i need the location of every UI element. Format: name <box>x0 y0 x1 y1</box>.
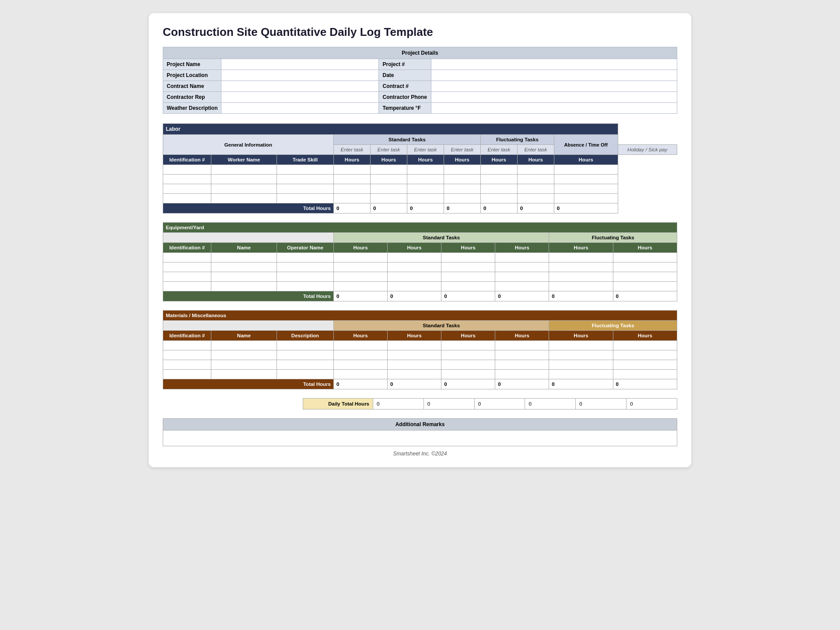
mat-col-id: Identification # <box>163 331 211 341</box>
labor-total-v4: 0 <box>444 203 480 214</box>
mat-col-desc: Description <box>277 331 334 341</box>
equip-col-header: Identification # Name Operator Name Hour… <box>163 243 677 253</box>
labor-task-3[interactable]: Enter task <box>407 145 444 155</box>
labor-h7-1[interactable] <box>554 165 618 175</box>
contractor-phone-value[interactable] <box>431 92 677 103</box>
equip-col-h5: Hours <box>549 243 613 253</box>
labor-id-2[interactable] <box>163 175 211 184</box>
contract-num-value[interactable] <box>221 92 379 103</box>
labor-title-row: Labor <box>163 124 677 135</box>
mat-total-row: Total Hours 0 0 0 0 0 0 <box>163 379 677 389</box>
project-name-value[interactable] <box>221 59 379 70</box>
weather-value[interactable] <box>221 103 379 114</box>
labor-task-6[interactable]: Enter task <box>517 145 554 155</box>
labor-h6-1[interactable] <box>517 165 554 175</box>
labor-total-v1: 0 <box>334 203 371 214</box>
labor-h3-1[interactable] <box>407 165 444 175</box>
labor-standard-tasks-label: Standard Tasks <box>334 135 481 145</box>
labor-col-h5: Hours <box>480 155 517 165</box>
project-num-value[interactable] <box>431 59 677 70</box>
labor-col-h2: Hours <box>370 155 407 165</box>
mat-data-row-3 <box>163 360 677 370</box>
labor-task-4[interactable]: Enter task <box>444 145 480 155</box>
project-location-value[interactable] <box>221 70 379 81</box>
labor-col-h4: Hours <box>444 155 480 165</box>
project-details-row-5: Weather Description Temperature °F <box>163 103 677 114</box>
labor-total-v5: 0 <box>480 203 517 214</box>
equipment-section: Equipment/Yard Standard Tasks Fluctuatin… <box>163 222 677 301</box>
project-name-label: Project Name <box>163 59 221 70</box>
labor-total-v3: 0 <box>407 203 444 214</box>
daily-total-label: Daily Total Hours <box>303 399 373 410</box>
labor-id-1[interactable] <box>163 165 211 175</box>
mat-data-row-4 <box>163 370 677 379</box>
labor-data-row-3 <box>163 184 677 194</box>
labor-h5-1[interactable] <box>480 165 517 175</box>
daily-total-v5: 0 <box>576 399 626 410</box>
temperature-value[interactable] <box>431 103 677 114</box>
mat-sub-header: Standard Tasks Fluctuating Tasks <box>163 321 677 331</box>
remarks-table: Additional Remarks <box>163 418 677 446</box>
equip-total-v5: 0 <box>549 291 613 301</box>
daily-total-wrap: Daily Total Hours 0 0 0 0 0 0 <box>163 398 677 410</box>
labor-col-h1: Hours <box>334 155 371 165</box>
contractor-rep-label: Contract # <box>379 81 431 92</box>
mat-total-v2: 0 <box>388 379 441 389</box>
project-details-row-1: Project Name Project # <box>163 59 677 70</box>
contractor-rep-value[interactable] <box>431 81 677 92</box>
daily-total-v4: 0 <box>525 399 576 410</box>
equip-total-v2: 0 <box>388 291 441 301</box>
daily-total-table: Daily Total Hours 0 0 0 0 0 0 <box>303 398 677 410</box>
daily-total-v2: 0 <box>424 399 474 410</box>
equip-total-v6: 0 <box>613 291 677 301</box>
date-value[interactable] <box>431 70 677 81</box>
daily-total-v6: 0 <box>626 399 677 410</box>
mat-data-row-2 <box>163 350 677 360</box>
remarks-body-row <box>163 430 677 446</box>
labor-col-trade: Trade Skill <box>277 155 334 165</box>
labor-table: Labor General Information Standard Tasks… <box>163 123 677 214</box>
equip-data-row-3 <box>163 272 677 282</box>
labor-col-worker: Worker Name <box>211 155 277 165</box>
page-title: Construction Site Quantitative Daily Log… <box>163 25 677 39</box>
labor-trade-1[interactable] <box>277 165 334 175</box>
labor-general-info-label: General Information <box>163 135 334 155</box>
daily-total-v1: 0 <box>373 399 424 410</box>
labor-total-row: Total Hours 0 0 0 0 0 0 0 <box>163 203 677 214</box>
remarks-header: Additional Remarks <box>163 419 677 430</box>
remarks-body[interactable] <box>163 430 677 446</box>
mat-data-row-1 <box>163 341 677 350</box>
equip-total-v1: 0 <box>334 291 388 301</box>
labor-task-2[interactable]: Enter task <box>370 145 407 155</box>
equip-col-h1: Hours <box>334 243 388 253</box>
contract-name-label: Contract Name <box>163 81 221 92</box>
equip-sub-header: Standard Tasks Fluctuating Tasks <box>163 233 677 243</box>
labor-h4-1[interactable] <box>444 165 480 175</box>
labor-data-row-2 <box>163 175 677 184</box>
equip-total-v3: 0 <box>441 291 495 301</box>
materials-table: Materials / Miscellaneous Standard Tasks… <box>163 310 677 389</box>
labor-col-h6: Hours <box>517 155 554 165</box>
mat-total-v3: 0 <box>441 379 495 389</box>
labor-task-5[interactable]: Enter task <box>480 145 517 155</box>
mat-col-h5: Hours <box>549 331 613 341</box>
date-label: Date <box>379 70 431 81</box>
temperature-label: Temperature °F <box>379 103 431 114</box>
labor-col-h3: Hours <box>407 155 444 165</box>
labor-task-1[interactable]: Enter task <box>334 145 371 155</box>
mat-total-v5: 0 <box>549 379 613 389</box>
labor-h1-1[interactable] <box>334 165 371 175</box>
contract-name-value[interactable] <box>221 81 379 92</box>
labor-title: Labor <box>163 124 618 135</box>
labor-worker-1[interactable] <box>211 165 277 175</box>
labor-col-id: Identification # <box>163 155 211 165</box>
mat-standard-label: Standard Tasks <box>334 321 549 331</box>
labor-data-row-1 <box>163 165 677 175</box>
labor-h2-1[interactable] <box>370 165 407 175</box>
mat-col-h1: Hours <box>334 331 388 341</box>
project-num-label: Project # <box>379 59 431 70</box>
mat-total-v1: 0 <box>334 379 388 389</box>
labor-data-row-4 <box>163 194 677 203</box>
labor-col-h7: Hours <box>554 155 618 165</box>
mat-col-h2: Hours <box>388 331 441 341</box>
